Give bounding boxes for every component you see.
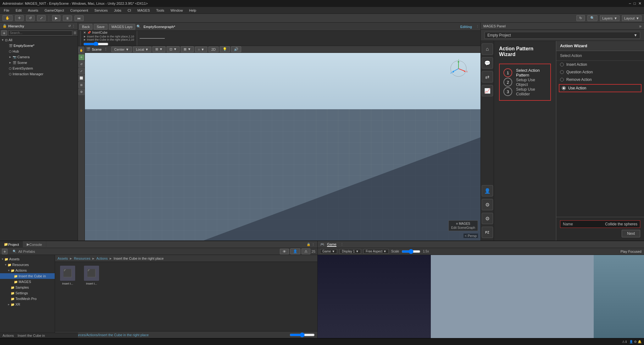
action-question[interactable]: Question Action <box>556 68 644 76</box>
move-tool-button[interactable]: ✛ <box>78 54 85 60</box>
shading-dropdown[interactable]: ○ ▼ <box>195 47 207 52</box>
person-icon-btn[interactable]: 👤 <box>482 185 493 196</box>
zoom-slider[interactable] <box>290 332 315 337</box>
step-button[interactable]: ⏭ <box>75 15 84 21</box>
project-lock-icon[interactable]: 🔒 <box>307 243 310 246</box>
tree-insert-cube[interactable]: 📁 Insert the Cube in <box>0 273 55 279</box>
cloud-sync-button[interactable]: ↻ <box>576 15 585 21</box>
audio-button[interactable]: 🔊 <box>231 46 241 52</box>
hierarchy-item-scene[interactable]: ► 🎬 Scene <box>0 60 78 65</box>
tree-xr[interactable]: ► 📁 XR <box>0 302 55 307</box>
center-dropdown[interactable]: Center ▼ <box>111 47 132 52</box>
tree-mages[interactable]: 📁 MAGES <box>0 279 55 285</box>
share-icon-btn[interactable]: ⇄ <box>482 71 493 82</box>
display-dropdown[interactable]: Display 1 ▼ <box>340 249 361 254</box>
wizard-step-1[interactable]: 1 Select Action Pattern <box>503 68 547 77</box>
tab-console[interactable]: ▶ Console <box>23 241 46 248</box>
tab-project[interactable]: 📁 Project <box>0 241 23 248</box>
maximize-button[interactable]: □ <box>634 1 636 6</box>
menu-services[interactable]: Services <box>92 8 110 13</box>
mages-layout-button[interactable]: MAGES Layo <box>109 24 136 30</box>
action-remove[interactable]: Remove Action <box>556 76 644 83</box>
transform-tool-rotate[interactable]: ↺ <box>26 15 35 21</box>
search-project-icon[interactable]: 🔍 <box>12 249 17 254</box>
project-person-btn[interactable]: 👤 <box>290 248 300 254</box>
close-button[interactable]: ✕ <box>638 1 641 6</box>
transform-tool-move[interactable]: ✛ <box>15 15 24 21</box>
play-button[interactable]: ▶ <box>52 15 60 21</box>
hierarchy-add-button[interactable]: + <box>1 30 7 36</box>
layers-dropdown[interactable]: Layers ▼ <box>600 15 619 21</box>
hierarchy-item-hub[interactable]: ⬡ Hub <box>0 48 78 54</box>
action-use[interactable]: Use Action <box>559 84 641 92</box>
custom-tool-button[interactable]: ⚙ <box>78 89 85 95</box>
edit-scenegraph-btn[interactable]: Edit SceneGraph <box>451 226 475 229</box>
menu-window[interactable]: Window <box>168 8 185 13</box>
lighting-button[interactable]: 💡 <box>220 46 230 52</box>
hierarchy-item-interaction-manager[interactable]: ⬡ Interaction Manager <box>0 71 78 77</box>
tree-settings[interactable]: 📁 Settings <box>0 290 55 296</box>
pz-icon-btn[interactable]: PZ <box>482 227 493 238</box>
back-button[interactable]: Back <box>79 24 92 30</box>
game-label-dropdown[interactable]: Game ▼ <box>320 249 337 254</box>
breadcrumb-actions[interactable]: Actions <box>96 257 108 260</box>
local-dropdown[interactable]: Local ▼ <box>133 47 151 52</box>
tree-resources[interactable]: ▼ 📁 Resources <box>0 262 55 268</box>
menu-component[interactable]: Component <box>68 8 91 13</box>
breadcrumb-assets[interactable]: Assets <box>58 257 68 260</box>
wizard-step-2[interactable]: 2 Setup Use Object <box>503 77 547 87</box>
hierarchy-search-input[interactable] <box>8 31 72 36</box>
scale-tool-button[interactable]: ⤢ <box>78 68 85 74</box>
hierarchy-filter-icon[interactable]: ☰ <box>74 31 76 35</box>
speech-icon-btn[interactable]: 💬 <box>482 57 493 69</box>
search-icon-sg[interactable]: 🔍 <box>136 25 141 29</box>
save-button[interactable]: Save <box>94 24 107 30</box>
menu-mages[interactable]: MAGES <box>135 8 153 13</box>
menu-file[interactable]: File <box>1 8 12 13</box>
menu-assets[interactable]: Assets <box>25 8 41 13</box>
menu-ci[interactable]: CI <box>125 8 134 13</box>
transform-tool-button[interactable]: ⊞ <box>78 82 85 88</box>
tree-samples[interactable]: 📁 Samples <box>0 285 55 290</box>
game-scale-slider[interactable] <box>402 249 420 254</box>
file-item-1[interactable]: ⬛ Insert t... <box>58 264 78 286</box>
minimize-button[interactable]: – <box>629 1 631 6</box>
home-icon-btn[interactable]: ⌂ <box>482 43 493 55</box>
node-pin-icon[interactable]: 📌 <box>87 31 91 34</box>
search-button[interactable]: 🔍 <box>587 15 597 21</box>
next-button[interactable]: Next <box>622 230 640 237</box>
project-dropdown[interactable]: Empty Project ▼ <box>485 32 640 39</box>
project-alert-btn[interactable]: ⚠ <box>302 248 310 254</box>
hierarchy-item-camera[interactable]: ► 📷 Camera <box>0 54 78 60</box>
rect-tool-button[interactable]: ⬜ <box>78 75 85 81</box>
node-range-input[interactable] <box>83 43 108 45</box>
project-add-btn[interactable]: + <box>2 249 8 254</box>
menu-edit[interactable]: Edit <box>13 8 24 13</box>
render-dropdown[interactable]: ⊠ ▼ <box>181 46 194 52</box>
mages-collapse-btn[interactable]: » <box>639 24 641 29</box>
action-insert[interactable]: Insert Action <box>556 61 644 68</box>
scene-3d-viewport[interactable]: Y X Z < Persp ≡ MAGES Edit SceneGraph <box>85 53 480 240</box>
snap-dropdown[interactable]: ⊡ ▼ <box>167 46 180 52</box>
hand-tool-button[interactable]: ✋ <box>78 47 85 54</box>
transform-tool-hand[interactable]: ✋ <box>3 15 13 21</box>
2d-button[interactable]: 2D <box>208 47 219 52</box>
game-menu-icon[interactable]: ⋮ <box>340 242 344 246</box>
tree-assets[interactable]: ▼ 📁 Assets <box>0 256 55 262</box>
menu-help[interactable]: Help <box>186 8 199 13</box>
name-input[interactable] <box>575 222 637 226</box>
hierarchy-menu-icon[interactable]: ⋮ <box>72 24 75 28</box>
menu-gameobject[interactable]: GameObject <box>42 8 67 13</box>
grid-dropdown[interactable]: ⊞ ▼ <box>153 46 165 52</box>
node-close-icon[interactable]: ✕ <box>83 31 86 34</box>
sg-menu-icon[interactable]: ⋮ <box>476 25 479 29</box>
breadcrumb-resources[interactable]: Resources <box>74 257 91 260</box>
sg-node-insert[interactable]: ✕ 📌 InsertCube ► Insert the Cube in the … <box>80 31 137 46</box>
game-tab[interactable]: Game <box>327 242 336 247</box>
hierarchy-item-all[interactable]: ▼ ⊡ All <box>0 37 78 43</box>
tree-actions[interactable]: ▼ 📁 Actions <box>0 268 55 273</box>
menu-tools[interactable]: Tools <box>154 8 167 13</box>
mages-overlay-btn[interactable]: ≡ MAGES Edit SceneGraph <box>448 220 478 231</box>
project-eye-btn[interactable]: 👁 <box>280 249 289 254</box>
scene-menu-icon[interactable]: ⋮ <box>104 47 108 51</box>
